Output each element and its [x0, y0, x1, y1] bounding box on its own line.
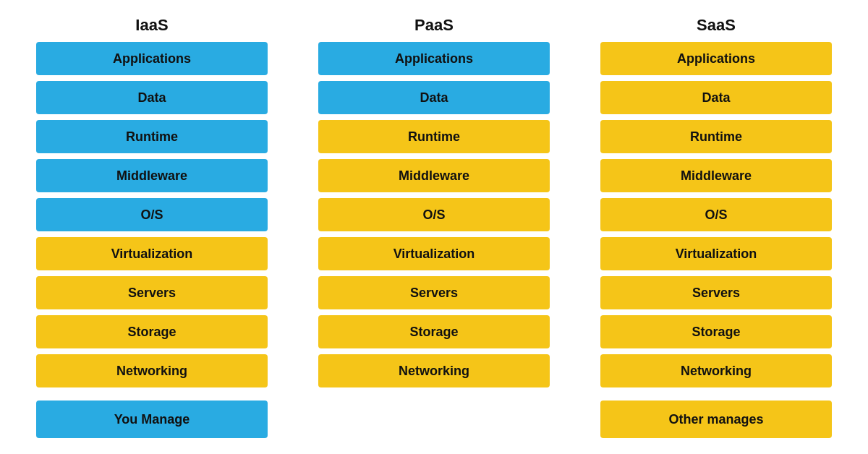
cell-paas-8: Networking — [318, 354, 550, 387]
cell-iaas-7: Storage — [36, 315, 268, 348]
cell-paas-0: Applications — [318, 42, 550, 75]
legend-empty-paas — [318, 401, 550, 438]
cell-saas-3: Middleware — [600, 159, 832, 192]
cell-iaas-3: Middleware — [36, 159, 268, 192]
cell-saas-0: Applications — [600, 42, 832, 75]
column-saas: ApplicationsDataRuntimeMiddlewareO/SVirt… — [600, 42, 832, 387]
cell-saas-8: Networking — [600, 354, 832, 387]
cell-saas-2: Runtime — [600, 120, 832, 153]
cell-saas-7: Storage — [600, 315, 832, 348]
legend-cell-iaas: You Manage — [36, 401, 268, 438]
cell-saas-1: Data — [600, 81, 832, 114]
cell-iaas-1: Data — [36, 81, 268, 114]
col-header-saas: SaaS — [600, 16, 832, 35]
cell-iaas-5: Virtualization — [36, 237, 268, 270]
col-header-iaas: IaaS — [36, 16, 268, 35]
legend-col-iaas: You Manage — [36, 401, 268, 438]
cell-saas-5: Virtualization — [600, 237, 832, 270]
cell-paas-1: Data — [318, 81, 550, 114]
cell-iaas-4: O/S — [36, 198, 268, 231]
cell-saas-4: O/S — [600, 198, 832, 231]
cell-saas-6: Servers — [600, 276, 832, 309]
header-row: IaaSPaaSSaaS — [36, 16, 832, 35]
col-header-paas: PaaS — [318, 16, 550, 35]
legend-cell-saas: Other manages — [600, 401, 832, 438]
cell-paas-5: Virtualization — [318, 237, 550, 270]
cell-paas-4: O/S — [318, 198, 550, 231]
cell-iaas-2: Runtime — [36, 120, 268, 153]
cell-iaas-0: Applications — [36, 42, 268, 75]
legend-row: You ManageOther manages — [36, 401, 832, 438]
legend-col-paas — [318, 401, 550, 438]
cell-iaas-8: Networking — [36, 354, 268, 387]
cell-paas-7: Storage — [318, 315, 550, 348]
cell-paas-6: Servers — [318, 276, 550, 309]
legend-col-saas: Other manages — [600, 401, 832, 438]
cell-iaas-6: Servers — [36, 276, 268, 309]
grid: ApplicationsDataRuntimeMiddlewareO/SVirt… — [36, 42, 832, 387]
column-iaas: ApplicationsDataRuntimeMiddlewareO/SVirt… — [36, 42, 268, 387]
cell-paas-2: Runtime — [318, 120, 550, 153]
main-container: IaaSPaaSSaaS ApplicationsDataRuntimeMidd… — [36, 16, 832, 438]
column-paas: ApplicationsDataRuntimeMiddlewareO/SVirt… — [318, 42, 550, 387]
cell-paas-3: Middleware — [318, 159, 550, 192]
